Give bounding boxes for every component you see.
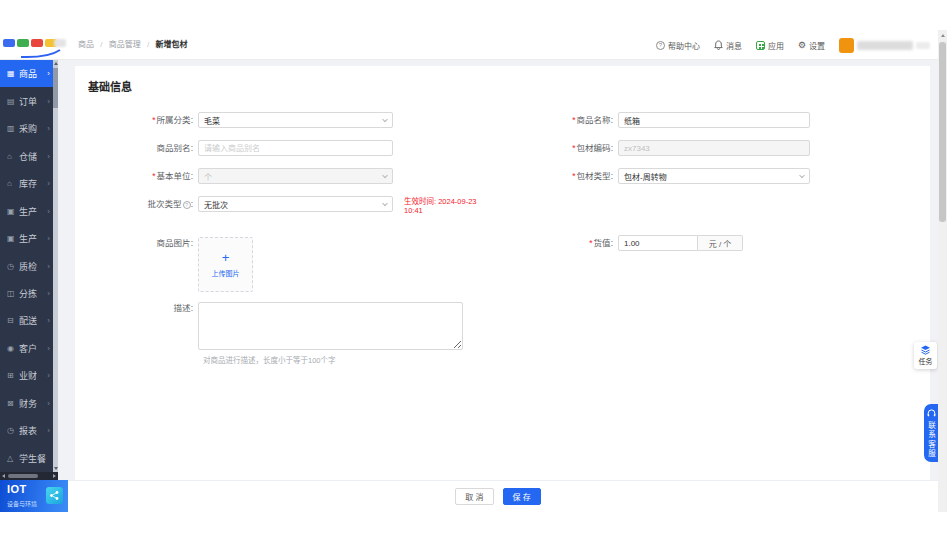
field-row-product-name: *商品名称: bbox=[533, 112, 810, 128]
scroll-left-arrow-icon[interactable] bbox=[2, 474, 5, 478]
sidebar-item-sorting[interactable]: ◫ 分拣 › bbox=[0, 280, 58, 307]
brand-title: IOT bbox=[7, 483, 27, 495]
field-row-material-code: *包材编码: bbox=[533, 140, 810, 156]
material-type-value: 包材-周转物 bbox=[624, 171, 667, 182]
goods-value-unit-suffix: 元 / 个 bbox=[698, 235, 743, 251]
required-mark: * bbox=[152, 115, 155, 125]
production-icon: ▣ bbox=[7, 207, 19, 216]
breadcrumb-item-product-management[interactable]: 商品管理 bbox=[109, 40, 141, 49]
material-type-select[interactable]: 包材-周转物 bbox=[618, 168, 810, 184]
horizontal-scrollbar-thumb[interactable] bbox=[8, 474, 38, 478]
sidebar-item-delivery[interactable]: ⊟ 配送 › bbox=[0, 307, 58, 334]
sidebar-item-student-meals[interactable]: △ 学生餐 bbox=[0, 445, 58, 472]
sidebar-item-purchasing[interactable]: ▥ 采购 › bbox=[0, 115, 58, 142]
sidebar-item-inventory[interactable]: ⌂ 库存 › bbox=[0, 170, 58, 197]
chevron-down-icon bbox=[382, 201, 388, 207]
iot-brand-badge: IOT 设备与环境 bbox=[0, 480, 68, 512]
customer-service-tab[interactable]: 联系客服 bbox=[924, 404, 938, 462]
sidebar-scrollbar-thumb[interactable] bbox=[53, 68, 58, 108]
logo-swoosh-icon bbox=[20, 48, 62, 60]
alias-label: 商品别名: bbox=[113, 140, 198, 156]
chevron-right-icon: › bbox=[47, 344, 50, 353]
apps-button[interactable]: 应用 bbox=[756, 40, 784, 51]
sidebar-item-warehousing[interactable]: ⌂ 仓储 › bbox=[0, 142, 58, 169]
upload-image-label: 上传图片 bbox=[212, 268, 240, 278]
sidebar-horizontal-scrollbar[interactable] bbox=[0, 472, 58, 480]
sidebar-item-business-finance[interactable]: ⊞ 业财 › bbox=[0, 362, 58, 389]
customers-icon: ◉ bbox=[7, 344, 19, 353]
page-vertical-scrollbar[interactable] bbox=[938, 30, 947, 512]
messages-label: 消息 bbox=[726, 40, 742, 51]
brand-subtitle: 设备与环境 bbox=[7, 499, 37, 508]
save-button[interactable]: 保 存 bbox=[503, 488, 541, 505]
settings-button[interactable]: ⚙ 设置 bbox=[798, 40, 825, 51]
field-row-unit: *基本单位: 个 bbox=[113, 168, 393, 184]
sidebar-item-production-1[interactable]: ▣ 生产 › bbox=[0, 197, 58, 224]
sidebar-item-label: 报表 bbox=[19, 424, 37, 437]
sidebar-item-quality-check[interactable]: ◷ 质检 › bbox=[0, 252, 58, 279]
batch-type-label: 批次类型?: bbox=[113, 196, 198, 212]
breadcrumb-item-products[interactable]: 商品 bbox=[78, 40, 94, 49]
gear-icon: ⚙ bbox=[798, 41, 806, 50]
required-mark: * bbox=[589, 238, 592, 248]
goods-value-input[interactable] bbox=[618, 235, 698, 251]
description-textarea[interactable] bbox=[198, 302, 463, 350]
username-redacted-2 bbox=[916, 42, 930, 49]
tasks-floating-button[interactable]: 任务 bbox=[914, 342, 937, 369]
sidebar-item-label: 库存 bbox=[19, 177, 37, 190]
sidebar-item-finance[interactable]: ⊠ 财务 › bbox=[0, 390, 58, 417]
page-scrollbar-thumb[interactable] bbox=[939, 42, 946, 222]
cancel-button[interactable]: 取 消 bbox=[455, 488, 493, 505]
logo-bar-red bbox=[31, 39, 43, 47]
chevron-right-icon: › bbox=[47, 399, 50, 408]
scroll-down-arrow-icon[interactable] bbox=[54, 467, 58, 470]
sidebar-item-products[interactable]: ▦ 商品 › bbox=[0, 60, 58, 87]
description-label: 描述: bbox=[113, 302, 198, 314]
info-icon[interactable]: ? bbox=[183, 201, 191, 209]
sidebar-item-orders[interactable]: ▤ 订单 › bbox=[0, 87, 58, 114]
field-row-description: 描述: bbox=[113, 302, 463, 350]
logo-bar-green bbox=[17, 39, 29, 47]
required-mark: * bbox=[152, 171, 155, 181]
production-icon: ▣ bbox=[7, 234, 19, 243]
batch-type-select[interactable]: 无批次 bbox=[198, 196, 393, 212]
product-name-input[interactable] bbox=[618, 112, 810, 128]
chevron-down-icon bbox=[382, 117, 388, 123]
field-row-product-image: 商品图片: + 上传图片 bbox=[113, 237, 253, 292]
scroll-up-arrow-icon[interactable] bbox=[54, 62, 58, 65]
chevron-right-icon: › bbox=[47, 371, 50, 380]
tasks-label: 任务 bbox=[919, 356, 933, 366]
help-center-button[interactable]: ? 帮助中心 bbox=[656, 40, 700, 51]
header-actions: ? 帮助中心 消息 应用 ⚙ 设置 bbox=[656, 35, 930, 55]
scroll-right-arrow-icon[interactable] bbox=[53, 474, 56, 478]
scroll-up-arrow-icon[interactable] bbox=[941, 34, 945, 37]
logo-bar-blue bbox=[3, 39, 15, 47]
app-logo bbox=[0, 30, 68, 60]
sidebar-item-label: 仓储 bbox=[19, 150, 37, 163]
chevron-right-icon: › bbox=[47, 97, 50, 106]
description-hint: 对商品进行描述，长度小于等于100个字 bbox=[203, 354, 336, 365]
image-upload-box[interactable]: + 上传图片 bbox=[198, 237, 253, 292]
sidebar-item-customers[interactable]: ◉ 客户 › bbox=[0, 335, 58, 362]
settings-label: 设置 bbox=[809, 40, 825, 51]
sidebar-item-label: 客户 bbox=[19, 342, 37, 355]
messages-button[interactable]: 消息 bbox=[714, 40, 742, 51]
logo-color-bars bbox=[3, 39, 57, 47]
reports-icon: ◷ bbox=[7, 426, 19, 435]
breadcrumb-separator: / bbox=[147, 40, 149, 49]
chevron-right-icon: › bbox=[47, 262, 50, 271]
batch-type-value: 无批次 bbox=[204, 199, 228, 210]
user-account-button[interactable] bbox=[839, 38, 930, 53]
field-row-material-type: *包材类型: 包材-周转物 bbox=[533, 168, 810, 184]
sidebar-item-label: 分拣 bbox=[19, 287, 37, 300]
sidebar-item-production-2[interactable]: ▣ 生产 › bbox=[0, 225, 58, 252]
finance-icon: ⊠ bbox=[7, 399, 19, 408]
sidebar-vertical-scrollbar[interactable] bbox=[53, 60, 58, 472]
form-footer: 取 消 保 存 bbox=[58, 480, 938, 512]
alias-input[interactable] bbox=[198, 140, 393, 156]
sidebar-item-reports[interactable]: ◷ 报表 › bbox=[0, 417, 58, 444]
products-grid-icon: ▦ bbox=[7, 69, 19, 78]
category-select[interactable]: 毛菜 bbox=[198, 112, 393, 128]
unit-select-disabled: 个 bbox=[198, 168, 393, 184]
field-row-batch-type: 批次类型?: 无批次 bbox=[113, 196, 393, 212]
